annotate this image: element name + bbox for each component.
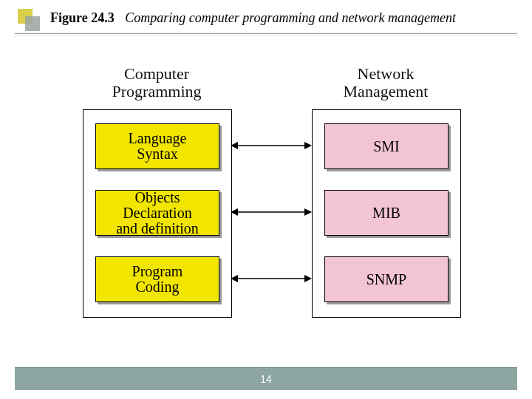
svg-marker-7 (231, 275, 238, 282)
connector-row2 (231, 205, 312, 219)
figure-caption: Comparing computer programming and netwo… (125, 10, 456, 25)
node-mib: MIB (324, 190, 449, 236)
corner-accent-icon (18, 9, 38, 30)
left-column-heading: Computer Programming (83, 65, 231, 100)
comparison-diagram: Computer Programming Network Management … (83, 65, 452, 338)
svg-marker-4 (231, 208, 238, 216)
figure-title: Figure 24.3 Comparing computer programmi… (50, 10, 456, 26)
node-label: MIB (372, 205, 400, 221)
node-snmp: SNMP (324, 256, 449, 302)
right-heading-line2: Management (344, 82, 429, 100)
node-label: SMI (373, 139, 400, 154)
title-underline (15, 33, 517, 34)
node-label: SNMP (366, 272, 406, 287)
connector-row3 (231, 271, 312, 286)
node-label: Language Syntax (129, 131, 187, 162)
figure-number: Figure 24.3 (50, 10, 115, 25)
node-label: Program Coding (132, 264, 183, 295)
node-program-coding: Program Coding (95, 256, 219, 302)
footer-bar: 14 (15, 368, 517, 390)
svg-marker-8 (304, 275, 312, 282)
left-column-frame: Language Syntax Objects Declaration and … (83, 109, 232, 318)
slide: Figure 24.3 Comparing computer programmi… (0, 0, 532, 399)
node-language-syntax: Language Syntax (95, 123, 219, 169)
node-label: Objects Declaration and definition (99, 190, 216, 236)
svg-marker-5 (304, 208, 312, 216)
node-objects-declaration: Objects Declaration and definition (95, 190, 219, 236)
left-heading-line1: Computer (124, 64, 189, 83)
svg-marker-2 (304, 142, 312, 149)
right-column-frame: SMI MIB SNMP (312, 109, 461, 318)
right-column-heading: Network Management (312, 65, 460, 100)
connectors-group (231, 109, 312, 316)
left-heading-line2: Programming (112, 82, 202, 100)
node-smi: SMI (324, 123, 449, 169)
right-heading-line1: Network (358, 64, 415, 83)
page-number: 14 (260, 373, 272, 385)
connector-row1 (231, 138, 312, 153)
svg-marker-1 (231, 142, 238, 149)
